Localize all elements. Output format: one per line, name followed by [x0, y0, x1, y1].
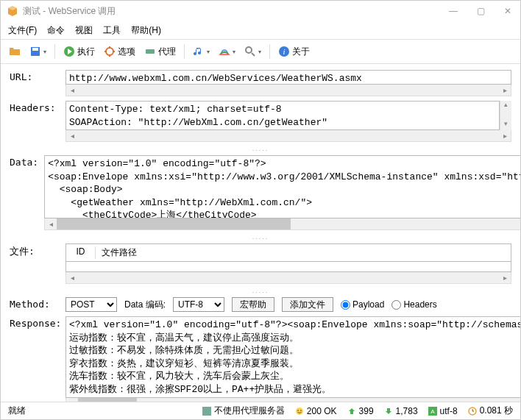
status-upload: 399: [347, 406, 374, 416]
svg-point-5: [246, 47, 252, 53]
files-label: 文件:: [10, 243, 60, 258]
search-button[interactable]: ▾: [242, 44, 263, 59]
url-input[interactable]: http://www.webxml.com.cn/WebServices/Wea…: [65, 70, 511, 85]
encoding-label: Data 编码:: [124, 299, 166, 311]
status-download: 1,783: [384, 406, 418, 416]
files-col-id: ID: [66, 246, 96, 259]
minimize-button[interactable]: —: [446, 6, 461, 16]
svg-point-9: [296, 407, 303, 415]
method-select[interactable]: POST: [65, 297, 117, 312]
encoding-select[interactable]: UTF-8: [173, 297, 224, 312]
svg-text:i: i: [283, 47, 285, 56]
response-hscroll[interactable]: ◂▸: [65, 398, 520, 402]
title-bar: 测试 - WebService 调用 — ▢ ✕: [1, 1, 520, 21]
menu-tools[interactable]: 工具: [103, 24, 121, 37]
window-title: 测试 - WebService 调用: [23, 5, 446, 18]
run-button[interactable]: 执行: [61, 44, 97, 60]
status-proxy: 不使用代理服务器: [202, 405, 285, 417]
close-button[interactable]: ✕: [501, 6, 514, 16]
clock-icon: [468, 407, 477, 416]
download-icon: [384, 407, 393, 416]
music-button[interactable]: ▾: [191, 44, 212, 59]
headers-input[interactable]: Content-Type: text/xml; charset=utf-8 SO…: [65, 101, 500, 130]
menu-command[interactable]: 命令: [47, 24, 65, 37]
data-input[interactable]: <?xml version="1.0" encoding="utf-8"?> <…: [44, 155, 520, 218]
status-ready: 就绪: [8, 405, 26, 417]
options-button[interactable]: 选项: [102, 44, 138, 60]
menu-file[interactable]: 文件(F): [8, 24, 37, 37]
payload-radio[interactable]: Payload: [341, 299, 384, 310]
files-col-path: 文件路径: [96, 246, 511, 259]
toolbar: ▾ 执行 选项 代理 ▾ ▾ ▾ i关于: [1, 39, 520, 64]
data-label: Data:: [10, 155, 38, 168]
upload-icon: [347, 407, 356, 416]
splitter-3[interactable]: ·····: [10, 288, 511, 293]
proxy-icon: [202, 407, 211, 416]
files-table[interactable]: ID 文件路径: [65, 243, 511, 262]
splitter-2[interactable]: ·····: [10, 235, 511, 239]
menu-view[interactable]: 视图: [75, 24, 93, 37]
status-http: 200 OK: [295, 406, 337, 416]
method-label: Method:: [10, 297, 60, 310]
url-label: URL:: [10, 70, 60, 82]
maximize-button[interactable]: ▢: [474, 6, 488, 16]
svg-point-3: [106, 48, 113, 55]
save-button[interactable]: ▾: [27, 44, 49, 59]
headers-vscroll[interactable]: ▴▾: [500, 101, 511, 130]
splitter-1[interactable]: ·····: [10, 146, 511, 151]
theme-button[interactable]: ▾: [216, 44, 238, 59]
svg-rect-4: [146, 49, 155, 54]
svg-text:A: A: [430, 408, 435, 415]
menu-bar: 文件(F) 命令 视图 工具 帮助(H): [1, 21, 520, 39]
status-bar: 就绪 不使用代理服务器 200 OK 399 1,783 A utf-8 0.0…: [1, 402, 520, 419]
smile-icon: [295, 407, 304, 416]
encoding-icon: A: [428, 407, 437, 416]
response-output[interactable]: <?xml version="1.0" encoding="utf-8"?><s…: [65, 316, 520, 398]
url-hscroll[interactable]: ◂▸: [65, 85, 511, 96]
svg-point-11: [300, 410, 302, 411]
proxy-button[interactable]: 代理: [142, 44, 178, 60]
about-button[interactable]: i关于: [276, 44, 312, 60]
menu-help[interactable]: 帮助(H): [131, 24, 161, 37]
add-file-button[interactable]: 添加文件: [282, 297, 333, 312]
svg-point-10: [297, 410, 299, 411]
headers-hscroll[interactable]: ◂▸: [65, 130, 511, 142]
headers-label: Headers:: [10, 101, 60, 113]
app-icon: [7, 5, 18, 17]
open-button[interactable]: [7, 44, 23, 59]
macro-help-button[interactable]: 宏帮助: [232, 297, 274, 312]
headers-radio[interactable]: Headers: [391, 299, 436, 310]
status-time: 0.081 秒: [468, 405, 513, 417]
data-hscroll[interactable]: ◂▸: [44, 218, 520, 230]
status-encoding: A utf-8: [428, 406, 458, 416]
response-label: Response:: [10, 316, 60, 329]
svg-rect-1: [32, 48, 38, 51]
files-hscroll[interactable]: ◂▸: [65, 272, 511, 284]
svg-rect-8: [202, 407, 211, 416]
